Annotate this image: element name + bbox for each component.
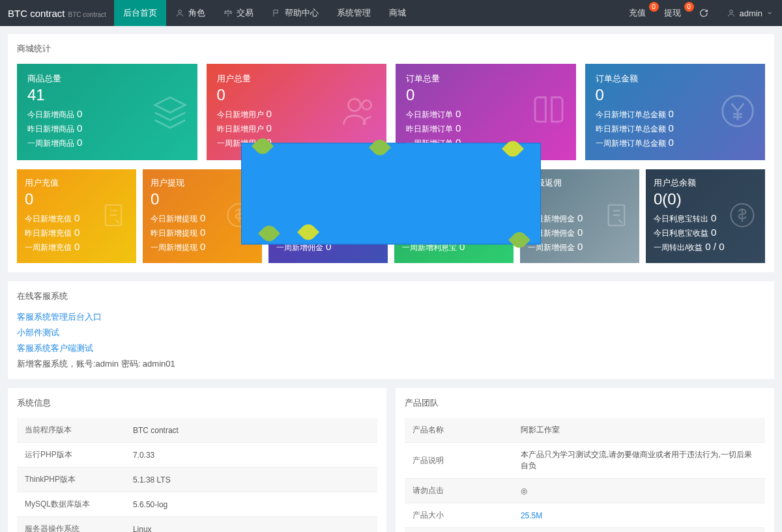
kefu-title: 在线客服系统 — [17, 290, 765, 302]
stat-card: 利息宝转入 0 今日新增利息宝 0 昨日新增利息宝 0 一周新增利息宝 0 — [394, 169, 514, 263]
flag-icon — [272, 8, 281, 18]
card-line: 一周新增佣金 0 — [276, 241, 380, 253]
sysinfo-title: 系统信息 — [17, 397, 377, 409]
top-nav: BTC contractBTC contract 后台首页 角色 交易 帮助中心… — [0, 0, 782, 26]
svg-point-2 — [349, 99, 361, 111]
stat-card: 商品总量 41 今日新增商品 0 昨日新增商品 0 一周新增商品 0 — [17, 64, 197, 160]
kefu-link-admin[interactable]: 客服系统管理后台入口 — [17, 311, 765, 323]
kefu-link-client[interactable]: 客服系统客户端测试 — [17, 343, 765, 354]
card-line: 一周新增商品 0 — [27, 137, 187, 149]
card-line: 一周新增佣金 0 — [528, 241, 631, 253]
nav-help[interactable]: 帮助中心 — [263, 0, 328, 26]
table-row: 当前程序版本BTC contract — [17, 418, 377, 443]
nav-mall[interactable]: 商城 — [380, 0, 415, 26]
nav-user[interactable]: admin — [717, 0, 782, 26]
table-row: 运行PHP版本7.0.33 — [17, 443, 377, 468]
nav-withdraw[interactable]: 提现 — [655, 0, 690, 26]
card-line: 一周转出/收益 0 / 0 — [654, 241, 757, 253]
card-icon — [477, 202, 504, 231]
stat-card: 订单总金额 0 今日新增订单总金额 0 昨日新增订单总金额 0 一周新增订单总金… — [585, 64, 766, 160]
card-icon — [100, 202, 127, 231]
svg-point-3 — [362, 100, 371, 109]
card-title: 订单总金额 — [596, 73, 755, 85]
team-link[interactable]: 25.5M — [521, 511, 542, 520]
kefu-note: 新增客服系统，账号:admin 密码: admin01 — [17, 358, 765, 370]
team-panel: 产品团队 产品名称阿影工作室产品说明本产品只为学习测试交流,请勿要做商业或者用于… — [396, 388, 774, 532]
nav-trade[interactable]: 交易 — [214, 0, 263, 26]
card-icon — [530, 93, 567, 132]
stats-panel: 商城统计 商品总量 41 今日新增商品 0 昨日新增商品 0 一周新增商品 0 … — [8, 34, 774, 272]
table-row: 产品大小25.5M — [405, 503, 765, 528]
nav-recharge[interactable]: 充值 — [620, 0, 655, 26]
card-icon — [341, 93, 377, 132]
stat-card: 用户提现 0 今日新增提现 0 昨日新增提现 0 一周新增提现 0 — [143, 169, 262, 263]
nav-role[interactable]: 角色 — [166, 0, 214, 26]
card-title: 合购佣金 — [276, 177, 380, 189]
nav-refresh[interactable] — [690, 0, 717, 26]
scale-icon — [224, 8, 233, 18]
card-line: 一周新增订单总金额 0 — [596, 137, 755, 149]
table-row: MySQL数据库版本5.6.50-log — [17, 492, 377, 517]
card-title: 下级返佣 — [528, 177, 631, 189]
kefu-panel: 在线客服系统 客服系统管理后台入口 小部件测试 客服系统客户端测试 新增客服系统… — [8, 281, 774, 379]
table-row: ThinkPHP版本5.1.38 LTS — [17, 468, 377, 492]
card-icon — [729, 202, 756, 231]
stat-card: 用户总量 0 今日新增用户 0 昨日新增用户 0 一周新增用户 0 — [207, 64, 387, 160]
table-row: 请勿点击◎ — [405, 479, 765, 503]
table-row: 产品名称阿影工作室 — [405, 418, 765, 443]
team-title: 产品团队 — [405, 397, 765, 409]
card-title: 用户充值 — [25, 177, 128, 189]
card-icon — [351, 202, 379, 231]
card-line: 一周新增订单 0 — [406, 137, 566, 149]
nav-home[interactable]: 后台首页 — [114, 0, 166, 26]
team-table: 产品名称阿影工作室产品说明本产品只为学习测试交流,请勿要做商业或者用于违法行为,… — [405, 418, 765, 532]
nav-system[interactable]: 系统管理 — [328, 0, 380, 26]
svg-point-1 — [729, 10, 732, 13]
sysinfo-table: 当前程序版本BTC contract运行PHP版本7.0.33ThinkPHP版… — [17, 418, 377, 532]
user-icon — [175, 8, 184, 18]
card-title: 利息宝转入 — [402, 177, 506, 189]
stat-card: 合购佣金 0 今日新增佣金 0 昨日新增佣金 0 一周新增佣金 0 — [268, 169, 388, 263]
stat-card: 用户充值 0 今日新增充值 0 昨日新增充值 0 一周新增充值 0 — [17, 169, 136, 263]
card-icon — [603, 202, 630, 231]
card-line: 一周新增充值 0 — [25, 241, 128, 253]
brand-logo: BTC contractBTC contract — [0, 8, 114, 19]
sysinfo-panel: 系统信息 当前程序版本BTC contract运行PHP版本7.0.33Thin… — [8, 388, 386, 532]
table-row: 产品说明本产品只为学习测试交流,请勿要做商业或者用于违法行为,一切后果自负 — [405, 443, 765, 479]
card-icon — [719, 93, 756, 132]
card-title: 用户总量 — [217, 73, 377, 85]
card-line: 一周新增利息宝 0 — [402, 241, 506, 253]
stat-card: 订单总量 0 今日新增订单 0 昨日新增订单 0 一周新增订单 0 — [396, 64, 576, 160]
person-icon — [727, 8, 736, 18]
refresh-icon — [699, 8, 708, 18]
card-title: 订单总量 — [406, 73, 566, 85]
card-icon — [225, 202, 253, 231]
table-row: 服务器操作系统Linux — [17, 517, 377, 533]
stats-title: 商城统计 — [17, 43, 765, 55]
kefu-link-widget[interactable]: 小部件测试 — [17, 327, 765, 339]
table-row: 数据库mysql — [405, 528, 765, 533]
card-line: 一周新增用户 0 — [217, 137, 377, 149]
card-title: 商品总量 — [27, 73, 187, 85]
card-title: 用户总余额 — [654, 177, 757, 189]
card-title: 用户提现 — [151, 177, 254, 189]
card-icon — [152, 93, 188, 132]
stat-card: 下级返佣 0 今日新增佣金 0 昨日新增佣金 0 一周新增佣金 0 — [520, 169, 639, 263]
svg-point-0 — [179, 10, 182, 13]
card-line: 一周新增提现 0 — [151, 241, 254, 253]
chevron-down-icon — [766, 8, 773, 18]
stat-card: 用户总余额 0(0) 今日利息宝转出 0 今日利息宝收益 0 一周转出/收益 0… — [646, 169, 765, 263]
